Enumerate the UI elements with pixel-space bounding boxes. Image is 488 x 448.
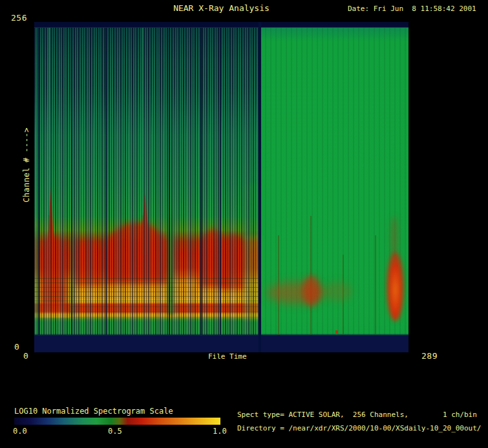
date-label: Date: Fri Jun 8 11:58:42 2001 [348,5,476,13]
colorbar-tick-mid: 0.5 [108,427,122,436]
y-axis-title: Channel # ----> [23,127,31,202]
directory-info: Directory = /near/xdr/XRS/2000/10-00/XSd… [237,425,482,432]
red-smear-core [302,275,321,306]
colorbar-tick-max: 1.0 [213,427,227,436]
colorbar [14,418,220,425]
red-smear-faint [323,282,352,301]
column-boundary-line [105,28,107,335]
right-dark-line [375,235,376,335]
stripe-texture-top-overlay [34,28,260,134]
x-axis-min-label: 0 [23,352,28,361]
red-dot [335,330,338,334]
spect-type-info: Spect type= ACTIVE SOLAR, 256 Channels, … [237,411,477,419]
column-boundary-line [71,28,72,335]
y-axis-min-label: 0 [14,343,19,352]
colorbar-tick-min: 0.0 [13,427,27,436]
column-boundary-line [200,28,202,335]
column-boundary-line [220,28,221,335]
column-boundary-line [38,28,39,335]
x-axis-max-label: 289 [421,352,438,361]
y-axis-max-label: 256 [11,14,27,23]
red-blob [387,252,404,321]
spectrogram-plot[interactable] [34,22,408,352]
near-xray-analysis-window: NEAR X-Ray Analysis Date: Fri Jun 8 11:5… [0,0,488,448]
colorbar-title: LOG10 Normalized Spectrogram Scale [14,407,173,416]
column-boundary-line [169,28,170,335]
x-axis-title: File Time [208,353,247,361]
